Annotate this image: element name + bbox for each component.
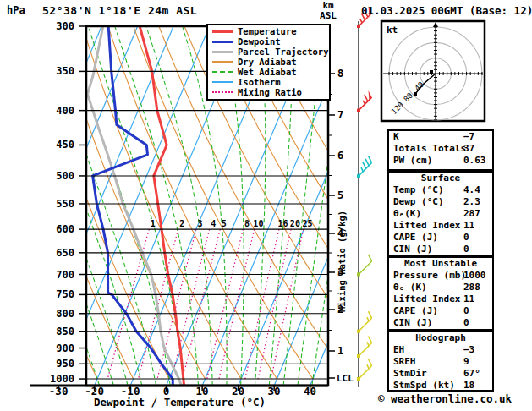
km-tick-label: 1	[337, 345, 343, 357]
stat-label: K	[393, 131, 399, 142]
stat-label: PW (cm)	[393, 155, 432, 166]
indices-panel: K−7Totals Totals37PW (cm)0.63	[387, 129, 494, 171]
pressure-tick-label: 850	[56, 326, 74, 337]
most-unstable-row: θₑ (K)288	[389, 282, 492, 293]
pressure-tick-label: 550	[56, 198, 74, 210]
mixing-ratio-label: 10	[253, 219, 263, 228]
stat-label: Pressure (mb)	[393, 270, 466, 281]
km-tick-label: 8	[337, 68, 343, 79]
legend-line-sample	[212, 61, 233, 63]
skewt-app: 3003504004505005506006507007508008509009…	[0, 0, 532, 411]
legend-item: Parcel Trajectory	[208, 47, 329, 57]
km-tick-label: 6	[337, 150, 343, 162]
datetime-label: 01.03.2025 00GMT (Base: 12)	[361, 4, 532, 17]
surface-row: Lifted Index11	[389, 220, 492, 232]
mixing-ratio-label: 5	[222, 219, 227, 228]
surface-panel: SurfaceTemp (°C)4.4Dewp (°C)2.3θₑ(K)287L…	[387, 171, 494, 256]
hodograph-trace-marker	[430, 70, 433, 74]
legend-item: Dry Adiabat	[208, 57, 329, 67]
stat-value: 0	[463, 244, 469, 255]
legend-line-sample	[212, 41, 233, 43]
pressure-tick-label: 800	[56, 308, 74, 320]
legend-line-sample	[212, 30, 233, 33]
legend-line-sample	[212, 51, 233, 53]
hodograph-row: StmDir67°	[389, 368, 492, 380]
stat-label: θₑ(K)	[393, 208, 421, 219]
hodograph-panel: HodographEH−3SREH9StmDir67°StmSpd (kt)18	[387, 331, 494, 392]
legend-item-label: Dry Adiabat	[238, 57, 297, 67]
stat-label: StmSpd (kt)	[393, 380, 455, 391]
most-unstable-row: Lifted Index11	[389, 293, 492, 305]
lcl-label: LCL	[337, 373, 354, 384]
stat-value: 0.63	[463, 155, 486, 167]
hodograph-title: Hodograph	[389, 332, 492, 344]
legend-line-sample	[212, 91, 233, 93]
stat-value: 9	[463, 356, 469, 368]
stat-value: 4.4	[463, 184, 480, 196]
most-unstable-row: Pressure (mb)1000	[389, 270, 492, 282]
stat-label: EH	[393, 344, 404, 355]
legend-item-label: Dewpoint	[238, 36, 281, 47]
km-tick-label: 7	[337, 109, 343, 121]
stat-label: θₑ (K)	[393, 282, 427, 293]
pressure-unit-label: hPa	[7, 4, 25, 16]
temp-tick-label: 40	[304, 385, 316, 397]
legend-item: Isotherm	[208, 77, 329, 87]
stat-value: 287	[463, 208, 480, 220]
stat-value: 1000	[463, 270, 486, 282]
surface-row: θₑ(K)287	[389, 208, 492, 220]
copyright: © weatheronline.co.uk	[378, 392, 512, 405]
pressure-tick-label: 750	[56, 288, 74, 300]
indices-row: Totals Totals37	[389, 143, 492, 155]
surface-row: CAPE (J)0	[389, 232, 492, 244]
stat-value: 0	[463, 317, 469, 329]
legend-item-label: Isotherm	[238, 77, 281, 87]
stat-value: −7	[463, 131, 474, 143]
mixing-ratio-label: 8	[244, 219, 250, 228]
mixing-ratio-label: 16	[278, 219, 288, 228]
mixing-ratio-label: 1	[151, 219, 156, 228]
surface-row: Dewp (°C)2.3	[389, 196, 492, 208]
page-title: 52°38'N 1°18'E 24m ASL	[42, 4, 197, 17]
temp-tick-label: -30	[49, 385, 69, 397]
stat-label: SREH	[393, 356, 416, 367]
legend-line-sample	[212, 71, 233, 73]
hodograph: kt4080120	[381, 21, 485, 121]
legend-item-label: Temperature	[238, 26, 297, 36]
asl-unit-label: ASL	[314, 11, 343, 21]
surface-row: Temp (°C)4.4	[389, 184, 492, 196]
stat-label: Totals Totals	[393, 143, 466, 154]
hodograph-trace-marker	[414, 92, 417, 96]
stat-value: −3	[463, 344, 474, 356]
pressure-tick-label: 600	[56, 223, 74, 235]
most-unstable-title: Most Unstable	[389, 258, 492, 270]
stat-value: 0	[463, 232, 469, 244]
hodograph-row: SREH9	[389, 356, 492, 368]
mixing-ratio-label: 4	[211, 219, 216, 228]
legend-item: Dewpoint	[208, 36, 329, 47]
legend-item: Temperature	[208, 26, 329, 36]
stat-value: 11	[463, 220, 474, 232]
legend: TemperatureDewpointParcel TrajectoryDry …	[206, 24, 331, 101]
indices-row: K−7	[389, 131, 492, 143]
pressure-tick-label: 650	[56, 247, 74, 259]
hodograph-row: EH−3	[389, 344, 492, 356]
stat-value: 37	[463, 143, 474, 155]
stat-label: Lifted Index	[393, 293, 460, 304]
pressure-tick-label: 350	[56, 65, 74, 77]
legend-item-label: Wet Adiabat	[238, 67, 297, 77]
pressure-tick-label: 500	[56, 170, 74, 182]
surface-row: CIN (J)0	[389, 244, 492, 255]
pressure-tick-label: 400	[56, 105, 74, 117]
stat-label: Lifted Index	[393, 220, 460, 231]
stat-label: CAPE (J)	[393, 232, 438, 243]
legend-item: Wet Adiabat	[208, 67, 329, 77]
stat-value: 288	[463, 282, 480, 293]
pressure-tick-label: 300	[56, 20, 74, 32]
stat-label: CIN (J)	[393, 317, 432, 328]
legend-item-label: Mixing Ratio	[238, 87, 302, 97]
km-axis-header: km ASL	[314, 1, 343, 21]
pressure-tick-label: 700	[56, 269, 74, 281]
stat-value: 18	[463, 380, 474, 392]
mixing-ratio-label: 20	[290, 219, 300, 228]
